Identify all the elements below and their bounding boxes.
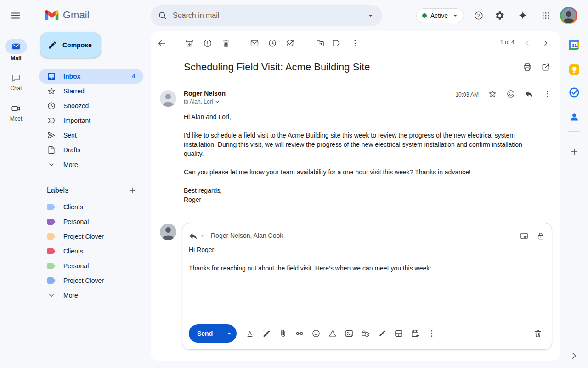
sidebar-item-more[interactable]: More (39, 157, 143, 172)
label-item[interactable]: Clients (39, 244, 143, 259)
compose-toolbar: Send A (189, 324, 545, 343)
insert-link-button[interactable] (292, 326, 307, 341)
sidebar-item-sent[interactable]: Sent (39, 128, 143, 143)
sender-avatar[interactable] (160, 90, 176, 107)
get-add-ons-button[interactable] (565, 143, 583, 161)
side-panel-contacts-button[interactable] (565, 108, 583, 126)
star-message-button[interactable] (484, 86, 501, 102)
emoji-reaction-button[interactable] (503, 86, 519, 102)
availability-status-chip[interactable]: Active (416, 8, 464, 23)
emoji-icon (506, 89, 515, 98)
sidebar-item-inbox[interactable]: Inbox 4 (39, 69, 143, 84)
reply-button[interactable] (521, 86, 537, 102)
reply-body-editor[interactable]: Hi Roger, Thanks for reaching out about … (189, 245, 543, 282)
gmail-logo[interactable]: Gmail (45, 9, 89, 21)
clock-icon (47, 101, 56, 110)
insert-photo-button[interactable] (342, 326, 356, 341)
rail-item-mail[interactable] (5, 39, 27, 54)
mark-unread-button[interactable] (247, 36, 262, 51)
archive-button[interactable] (182, 36, 197, 51)
recipients-line[interactable]: to Alan, Lori (184, 98, 220, 105)
thread-pagination: 1 of 4 (478, 39, 514, 46)
sidebar-item-important[interactable]: Important (39, 113, 143, 128)
print-button[interactable] (519, 59, 536, 75)
send-split-button: Send (189, 324, 237, 343)
propose-meeting-time-button[interactable] (408, 326, 423, 341)
insert-from-drive-button[interactable] (325, 326, 340, 341)
thread-view: 1 of 4 Scheduling Field Visit: Acme Buil… (151, 31, 560, 361)
reply-author-avatar[interactable] (160, 224, 176, 240)
back-button[interactable] (154, 36, 169, 51)
rail-item-meet[interactable] (7, 99, 25, 118)
insert-emoji-button[interactable] (309, 326, 323, 341)
send-options-button[interactable] (221, 324, 237, 343)
label-item[interactable]: Project Clover (39, 273, 143, 288)
reply-compose-box[interactable]: Roger Nelson, Alan Cook Hi Roger, Thanks… (182, 223, 552, 350)
message-more-button[interactable] (539, 86, 556, 102)
gmail-m-icon (45, 10, 59, 21)
label-name: Clients (63, 203, 83, 211)
search-input[interactable] (173, 12, 361, 20)
send-plane-icon (47, 131, 56, 140)
older-button[interactable] (538, 36, 553, 51)
labels-button[interactable] (329, 36, 344, 51)
help-button[interactable]: ? (469, 6, 488, 25)
message-security-button[interactable] (533, 229, 548, 243)
move-to-button[interactable] (313, 36, 328, 51)
layouts-button[interactable] (391, 326, 406, 341)
sidebar-item-starred[interactable]: Starred (39, 84, 143, 98)
trash-icon (533, 329, 543, 338)
search-options-icon[interactable] (367, 12, 375, 20)
label-item[interactable]: Personal (39, 259, 143, 273)
label-item[interactable]: Personal (39, 214, 143, 229)
side-panel-tasks-button[interactable] (565, 83, 583, 102)
create-label-button[interactable] (126, 184, 139, 197)
signature: Roger (184, 195, 534, 204)
search-bar[interactable] (151, 5, 382, 26)
sidebar-item-snoozed[interactable]: Snoozed (39, 98, 143, 113)
report-spam-button[interactable] (200, 36, 215, 51)
reply-type-dropdown[interactable] (186, 229, 209, 243)
add-to-tasks-button[interactable] (283, 36, 298, 51)
side-panel-keep-button[interactable] (565, 60, 583, 79)
body-paragraph: Can you please let me know your team ava… (184, 167, 534, 177)
help-me-write-button[interactable] (259, 326, 274, 341)
sidebar-item-drafts[interactable]: Drafts (39, 143, 143, 157)
image-icon (345, 329, 354, 338)
account-avatar[interactable] (560, 7, 577, 24)
plus-icon (569, 147, 579, 157)
gemini-button[interactable] (514, 6, 532, 25)
compose-button[interactable]: Compose (40, 32, 101, 58)
snooze-button[interactable] (265, 36, 280, 51)
draft-file-icon (47, 145, 56, 155)
label-tag-icon (47, 263, 56, 269)
rail-item-chat[interactable] (7, 69, 25, 87)
google-apps-button[interactable] (537, 6, 555, 25)
paperclip-icon (278, 329, 288, 338)
open-in-new-window-button[interactable] (537, 59, 554, 75)
delete-button[interactable] (219, 36, 233, 51)
label-item-more[interactable]: More (39, 288, 143, 303)
settings-button[interactable] (491, 6, 509, 25)
collapse-side-panel-button[interactable] (565, 346, 583, 365)
calendar-add-icon (411, 329, 420, 338)
reply-recipients[interactable]: Roger Nelson, Alan Cook (211, 232, 283, 239)
insert-signature-button[interactable] (375, 326, 390, 341)
confidential-lock-clock-icon (361, 329, 370, 338)
attach-files-button[interactable] (276, 326, 290, 341)
formatting-options-button[interactable]: A (243, 326, 257, 341)
label-name: Personal (63, 262, 89, 270)
more-options-button[interactable] (348, 36, 362, 51)
compose-more-button[interactable] (424, 326, 439, 341)
pop-out-reply-button[interactable] (517, 229, 531, 243)
side-panel-calendar-button[interactable]: 31 (565, 36, 583, 54)
discard-draft-button[interactable] (531, 326, 545, 341)
confidential-mode-button[interactable] (358, 326, 373, 341)
newer-button[interactable] (520, 36, 535, 51)
printer-icon (523, 63, 532, 72)
label-item[interactable]: Project Clover (39, 229, 143, 244)
chevron-down-icon (47, 291, 56, 299)
label-item[interactable]: Clients (39, 200, 143, 214)
main-menu-button[interactable] (6, 6, 25, 25)
send-button[interactable]: Send (189, 324, 221, 343)
